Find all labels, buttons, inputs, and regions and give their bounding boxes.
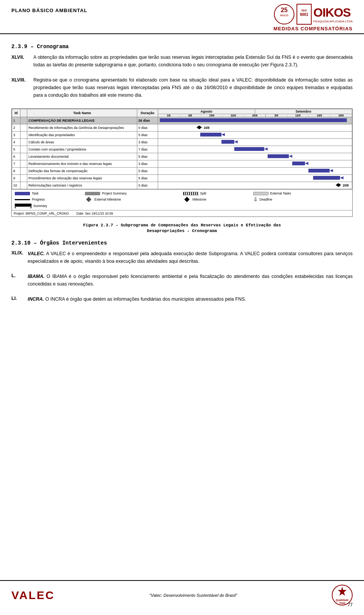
- label-l: IBAMA.: [28, 274, 44, 279]
- footer-center-text: "Valec: Desenvolvimento Sustentável do B…: [149, 593, 237, 598]
- svg-marker-22: [340, 176, 344, 179]
- task-name-9: Procedimentos de relocação das reservas …: [27, 175, 137, 182]
- task-flag-6: [20, 153, 27, 160]
- gantt-row-5: 5 Contato com ocupantes / proprietários …: [12, 146, 352, 153]
- task-bar-5: [158, 146, 352, 153]
- header-right-title: MEDIDAS COMPENSATÓRIAS: [273, 26, 353, 31]
- legend-deadline-label: Deadline: [260, 198, 273, 201]
- svg-rect-11: [221, 140, 234, 144]
- legend-summary-sym: [15, 204, 31, 208]
- legend-task-bar: [15, 192, 30, 195]
- task-flag-5: [20, 146, 27, 153]
- legend-split-bar: [183, 192, 198, 195]
- svg-text:ANOS: ANOS: [280, 14, 289, 17]
- roman-xlix: XLIX.: [11, 250, 25, 269]
- task-bar-6: [158, 153, 352, 160]
- section-2-3-9-title: 2.3.9 – Cronograma: [11, 44, 353, 50]
- para-l-text: IBAMA. O IBAMA é o órgão responsável pel…: [28, 273, 353, 288]
- legend-milestone-label: Milestone: [193, 198, 206, 201]
- task-flag-10: [20, 182, 27, 189]
- quality-icon: [336, 585, 349, 599]
- logo-iso-badge: ISO 9001: [297, 4, 312, 25]
- gantt-row-8: 8 Definição das formas de compensação 5 …: [12, 168, 352, 175]
- svg-marker-7: [196, 126, 202, 129]
- page-footer: VALEC "Valec: Desenvolvimento Sustentáve…: [0, 580, 364, 609]
- svg-marker-27: [30, 207, 31, 208]
- legend-ext-milestone-sym: [86, 197, 91, 202]
- task-flag-9: [20, 175, 27, 182]
- svg-rect-19: [308, 169, 329, 173]
- main-content: 2.3.9 – Cronograma XLVII. A obtenção da …: [0, 34, 364, 318]
- gantt-row-1: 1 COMPENSAÇÃO DE RESERVAS LEGAIS 26 dias: [12, 117, 352, 124]
- task-flag-8: [20, 168, 27, 175]
- roman-li: LI.: [11, 295, 25, 307]
- task-name-10: Reformulações cartoriais / registros: [27, 182, 137, 189]
- legend-summary: Summary: [15, 204, 83, 208]
- date-12-9: 12/9: [287, 114, 309, 117]
- task-id-4: 4: [12, 139, 20, 146]
- col-taskname: Task Name: [27, 109, 137, 117]
- gantt-row-9: 9 Procedimentos de relocação das reserva…: [12, 175, 352, 182]
- task-id-9: 9: [12, 175, 20, 182]
- month-agosto: Agosto: [158, 109, 255, 114]
- svg-rect-25: [15, 204, 31, 207]
- logo-area: 25 ANOS ISO 9001 OIKOS PESQUISA APLICADA…: [274, 4, 353, 25]
- task-dur-3: 5 dias: [137, 132, 158, 139]
- legend-progress: Progress: [15, 198, 83, 201]
- svg-text:16/8: 16/8: [204, 126, 210, 130]
- task-dur-7: 3 dias: [137, 160, 158, 168]
- task-id-8: 8: [12, 168, 20, 175]
- text-l: O IBAMA é o órgão responsável pelo licen…: [28, 274, 353, 287]
- svg-marker-23: [336, 183, 341, 187]
- roman-xlvii: XLVII.: [11, 53, 30, 69]
- task-bar-1: [158, 117, 352, 124]
- date-1-8: 1/8: [158, 114, 180, 117]
- date-29-8: 29/8: [244, 114, 266, 117]
- gantt-chart: Id Task Name Duração Agosto Setembro 1/8…: [11, 108, 353, 217]
- legend-external-tasks: External Tasks: [253, 191, 350, 195]
- task-id-5: 5: [12, 146, 20, 153]
- legend-progress-label: Progress: [32, 198, 45, 201]
- task-name-4: Cálculo de áreas: [27, 139, 137, 146]
- svg-text:ISO: ISO: [301, 9, 307, 12]
- gantt-footer: Project: 96FNS_COMP_ARL_CRONO Date: Sex …: [12, 210, 352, 217]
- task-name-8: Definição das formas de compensação: [27, 168, 137, 175]
- task-bar-3: [158, 132, 352, 139]
- label-xlix: VALEC.: [28, 251, 45, 256]
- gantt-project-name: Project: 96FNS_COMP_ARL_CRONO: [14, 212, 69, 215]
- legend-project-summary: Project Summary: [85, 191, 181, 195]
- para-xlvii-text: A obtenção da informação sobre as propri…: [33, 53, 353, 69]
- date-22-8: 22/8: [223, 114, 244, 117]
- roman-l: L.: [11, 273, 25, 292]
- header-right: 25 ANOS ISO 9001 OIKOS PESQUISA APLICADA…: [273, 4, 353, 31]
- task-dur-5: 7 dias: [137, 146, 158, 153]
- legend-progress-bar: [15, 199, 30, 200]
- legend-deadline: ⇩ Deadline: [253, 196, 350, 202]
- legend-split: Split: [183, 191, 251, 195]
- task-flag-4: [20, 139, 27, 146]
- legend-milestone-sym: [184, 197, 189, 202]
- legend-ext-label: External Tasks: [270, 191, 291, 195]
- footer-valec-logo: VALEC: [11, 589, 55, 602]
- date-26-9: 26/9: [330, 114, 352, 117]
- gantt-legend: Task Project Summary Split External Task…: [12, 189, 352, 210]
- task-dur-2: 0 dias: [137, 124, 158, 132]
- svg-marker-26: [15, 207, 16, 208]
- task-id-3: 3: [12, 132, 20, 139]
- svg-marker-16: [289, 155, 292, 158]
- svg-marker-14: [264, 147, 268, 151]
- svg-rect-15: [268, 154, 289, 158]
- task-flag-2: [20, 124, 27, 132]
- text-li: O INCRA é órgão que detém as informações…: [46, 297, 246, 302]
- paragraph-l: L. IBAMA. O IBAMA é o órgão responsável …: [11, 273, 353, 292]
- task-flag-7: [20, 160, 27, 168]
- svg-marker-20: [329, 169, 333, 172]
- svg-rect-17: [292, 162, 305, 165]
- task-name-1: COMPENSAÇÃO DE RESERVAS LEGAIS: [27, 117, 137, 124]
- task-flag-3: [20, 132, 27, 139]
- gantt-row-2: 2 Recebimento de informações da Gerência…: [12, 124, 352, 132]
- date-15-8: 15/8: [201, 114, 223, 117]
- legend-ext-milestone-label: External Milestone: [94, 198, 121, 201]
- col-id: Id: [12, 109, 20, 117]
- legend-proj-label: Project Summary: [102, 191, 127, 195]
